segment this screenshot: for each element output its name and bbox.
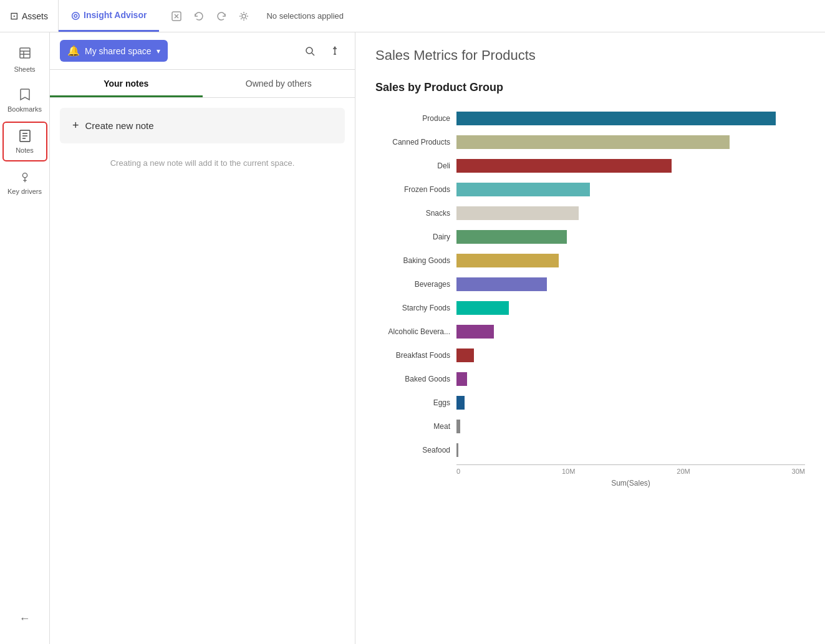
notes-hint-text: Creating a new note will add it to the c… [50,153,355,173]
chart-main-title: Sales Metrics for Products [375,47,805,64]
bar-row: Baked Goods [375,367,805,391]
bar-fill [456,420,460,433]
sidebar: Sheets Bookmarks Notes Key drivers ← [0,32,50,644]
collapse-icon: ← [19,612,31,625]
smart-search-icon[interactable] [166,6,186,26]
notes-header-actions [300,41,345,61]
space-icon: 🔔 [67,45,80,57]
space-selector-button[interactable]: 🔔 My shared space ▾ [60,40,168,62]
bar-label: Eggs [375,398,456,407]
topbar: ⊡ Assets ◎ Insight Advisor No selections… [0,0,825,32]
bar-track [456,112,805,125]
bookmarks-icon [19,88,31,103]
bookmarks-label: Bookmarks [7,105,42,113]
bar-track [456,396,805,410]
main-content: Sheets Bookmarks Notes Key drivers ← [0,32,825,644]
bar-fill [456,159,672,173]
bar-track [456,420,805,433]
svg-line-14 [312,53,314,55]
bar-fill [456,135,730,149]
bar-track [456,230,805,244]
create-new-note-button[interactable]: + Create new note [60,108,345,143]
insight-icon: ◎ [71,9,80,21]
redo-icon[interactable] [211,6,231,26]
bar-label: Deli [375,161,456,170]
chart-area: Sales Metrics for Products Sales by Prod… [355,32,825,644]
bar-label: Canned Products [375,138,456,147]
create-new-note-label: Create new note [85,120,154,131]
bar-fill [456,301,509,315]
notes-tabs: Your notes Owned by others [50,70,355,98]
bar-row: Frozen Foods [375,178,805,201]
bar-row: Beverages [375,272,805,296]
bar-row: Snacks [375,201,805,225]
bar-fill [456,277,547,291]
assets-label: Assets [22,11,48,21]
bar-row: Starchy Foods [375,296,805,320]
sidebar-item-sheets[interactable]: Sheets [2,40,47,79]
svg-point-15 [334,46,336,48]
assets-tab[interactable]: ⊡ Assets [0,0,59,32]
x-axis-label: Sum(Sales) [456,479,805,488]
svg-rect-2 [20,48,30,58]
tab-your-notes[interactable]: Your notes [50,70,203,97]
search-notes-icon[interactable] [300,41,320,61]
tab-owned-by-others[interactable]: Owned by others [203,70,355,97]
sheets-label: Sheets [14,65,35,73]
bar-fill [456,325,494,339]
bar-row: Seafood [375,438,805,462]
sidebar-collapse-button[interactable]: ← [2,606,47,632]
bar-label: Snacks [375,209,456,218]
bar-label: Alcoholic Bevera... [375,327,456,336]
bar-track [456,348,805,362]
bar-label: Produce [375,114,456,123]
bar-row: Eggs [375,391,805,415]
bar-label: Frozen Foods [375,185,456,194]
bar-label: Beverages [375,280,456,289]
notes-icon [19,129,31,144]
bar-track [456,206,805,220]
bar-label: Dairy [375,233,456,241]
bar-fill [456,183,590,196]
bar-row: Baking Goods [375,249,805,272]
sidebar-item-key-drivers[interactable]: Key drivers [2,164,47,201]
bar-fill [456,348,474,362]
bar-fill [456,396,465,410]
pin-icon[interactable] [325,41,345,61]
notes-label: Notes [16,147,34,154]
settings-icon[interactable] [234,6,254,26]
bar-track [456,443,805,457]
bar-track [456,301,805,315]
bar-label: Baking Goods [375,256,456,265]
chart-title: Sales by Product Group [375,81,805,94]
bar-label: Baked Goods [375,375,456,383]
svg-point-10 [22,173,27,178]
bar-label: Starchy Foods [375,304,456,312]
chevron-down-icon: ▾ [157,47,160,55]
space-name: My shared space [85,46,152,56]
no-selections-label: No selections applied [266,11,344,21]
bar-fill [456,112,776,125]
bar-fill [456,372,467,386]
bar-track [456,325,805,339]
bar-label: Seafood [375,446,456,454]
bar-track [456,183,805,196]
bar-fill [456,254,559,267]
sidebar-item-notes[interactable]: Notes [2,122,47,161]
insight-label: Insight Advisor [84,10,147,20]
bar-row: Deli [375,154,805,178]
bar-track [456,254,805,267]
bar-track [456,135,805,149]
chart-container: Produce Canned Products Deli Frozen Food… [375,107,805,488]
insight-advisor-tab[interactable]: ◎ Insight Advisor [59,0,159,32]
undo-icon[interactable] [189,6,209,26]
chart-axis-labels: 0 10M 20M 30M [456,465,805,475]
sidebar-item-bookmarks[interactable]: Bookmarks [2,82,47,119]
plus-icon: + [72,119,79,132]
bar-row: Canned Products [375,130,805,154]
notes-panel: 🔔 My shared space ▾ Your notes Owned by … [50,32,355,644]
bar-track [456,372,805,386]
svg-point-1 [242,14,246,18]
bar-row: Meat [375,415,805,438]
bar-chart: Produce Canned Products Deli Frozen Food… [375,107,805,462]
